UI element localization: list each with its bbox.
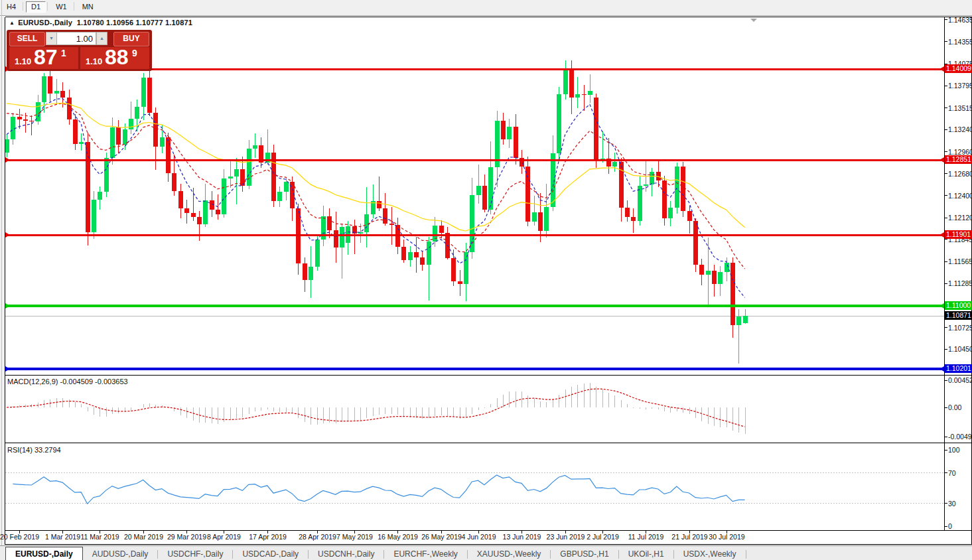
macd-axis-tick: 0.00 [948,403,972,411]
date-axis-label: 20 Mar 2019 [121,533,167,541]
price-axis-tick: 1.12680 [948,170,972,178]
chart-ohlc-values: 1.10780 1.10956 1.10777 1.10871 [77,19,192,27]
date-axis-label: 30 Jul 2019 [704,533,750,541]
sell-price-display[interactable]: 1.10 87 1 [9,47,78,69]
sell-price-prefix: 1.10 [15,56,31,66]
chart-tab-gbpusd-h1[interactable]: GBPUSD-,H1 [551,548,618,560]
chart-tab-ukoil-h1[interactable]: UKOil-,H1 [619,548,673,560]
tab-separator [746,550,746,559]
volume-input[interactable] [56,32,96,45]
date-axis-label: 11 Mar 2019 [77,533,123,541]
chart-canvas[interactable] [0,0,972,560]
collapse-arrow-icon[interactable]: ▲ [9,20,15,26]
rsi-axis-tick: 30 [948,500,972,508]
sell-price-pip: 1 [61,48,66,58]
price-axis-tick: 1.10725 [948,324,972,332]
current-price-label: 1.10871 [945,311,972,320]
chart-tab-usdcad-daily[interactable]: USDCAD-,Daily [233,548,308,560]
buy-price-big: 88 [105,45,129,70]
rsi-axis-tick: 100 [948,446,972,454]
price-level-label: 1.12851 [945,155,972,164]
chart-symbol-period: EURUSD-,Daily [18,19,72,27]
buy-price-prefix: 1.10 [86,56,102,66]
price-axis-tick: 1.10450 [948,345,972,353]
price-axis-tick: 1.13515 [948,104,972,112]
volume-increase-button[interactable]: ▲ [96,32,107,45]
macd-indicator-label: MACD(12,26,9) -0.004509 -0.003653 [7,378,128,385]
chart-tab-eurchf-weekly[interactable]: EURCHF-,Weekly [384,548,466,560]
price-axis-tick: 1.14355 [948,38,972,46]
date-axis-label: 7 May 2019 [332,533,378,541]
mt4-window: H4D1W1MN 1.146351.143551.140751.137951.1… [0,0,972,560]
price-level-label: 1.14009 [945,64,972,73]
price-level-label: 1.10201 [945,364,972,373]
price-level-label: 1.11901 [945,230,972,239]
macd-axis-tick: 0.004524 [948,376,972,384]
date-axis-label: 16 May 2019 [375,533,421,541]
price-axis-tick: 1.14635 [948,16,972,24]
chart-title: ▲EURUSD-,Daily 1.10780 1.10956 1.10777 1… [9,19,192,27]
buy-price-pip: 9 [132,48,137,58]
buy-price-display[interactable]: 1.10 88 9 [80,47,149,69]
price-axis-tick: 1.13240 [948,125,972,133]
date-axis-label: 11 Jul 2019 [623,533,669,541]
date-axis-label: 13 Jun 2019 [499,533,545,541]
chart-tab-eurusd-daily[interactable]: EURUSD-,Daily [5,547,83,560]
sell-button[interactable]: SELL [9,32,45,46]
price-level-label: 1.11000 [945,301,972,310]
date-axis-label: 8 Apr 2019 [201,533,247,541]
volume-decrease-button[interactable]: ▼ [46,32,57,45]
chart-tab-bar: EURUSD-,DailyAUDUSD-,DailyUSDCHF-,DailyU… [0,545,972,560]
date-axis-label: 20 Feb 2019 [0,533,43,541]
buy-button[interactable]: BUY [113,32,149,46]
chart-tab-usdx-weekly[interactable]: USDX-,Weekly [674,548,746,560]
chart-tab-xauusd-weekly[interactable]: XAUUSD-,Weekly [468,548,550,560]
chart-tab-usdcnh-daily[interactable]: USDCNH-,Daily [309,548,383,560]
rsi-indicator-label: RSI(14) 33.2794 [7,446,61,454]
date-axis-label: 4 Jun 2019 [456,533,502,541]
price-axis-tick: 1.12400 [948,192,972,200]
price-axis-tick: 1.11565 [948,257,972,265]
price-axis-tick: 1.12960 [948,148,972,156]
sell-price-big: 87 [34,45,58,70]
price-axis-tick: 1.12120 [948,214,972,222]
rsi-axis-tick: 70 [948,469,972,477]
chart-tab-usdchf-daily[interactable]: USDCHF-,Daily [158,548,232,560]
price-axis-tick: 1.13795 [948,82,972,90]
date-axis-label: 17 Apr 2019 [245,533,291,541]
macd-axis-tick: -0.00494 [948,433,972,441]
price-axis-tick: 1.11285 [948,279,972,287]
date-axis-label: 2 Jul 2019 [580,533,626,541]
chart-tab-audusd-daily[interactable]: AUDUSD-,Daily [83,548,158,560]
one-click-trading-panel: SELL ▼ ▲ BUY 1.10 87 1 1.10 88 9 [7,30,152,71]
rsi-axis-tick: 0 [948,522,972,530]
